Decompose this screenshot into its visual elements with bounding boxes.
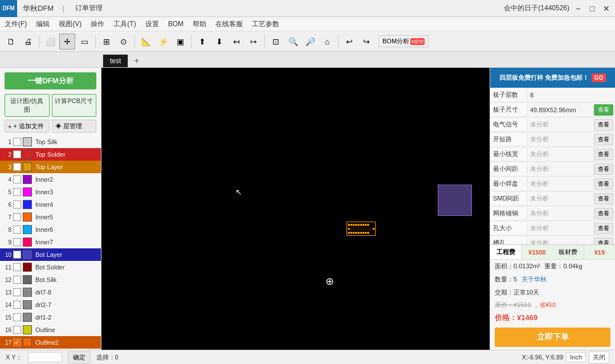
- dfm-analyze-button[interactable]: 一键DFM分析: [5, 72, 96, 89]
- layer-visibility-toggle[interactable]: [13, 301, 21, 309]
- menu-view[interactable]: 视图(V): [54, 18, 86, 31]
- toolbar-redo[interactable]: ↪: [359, 34, 374, 50]
- huaqiu-link[interactable]: 关于华秋: [522, 275, 547, 284]
- menu-operate[interactable]: 操作: [86, 18, 109, 31]
- toolbar-zoom-in[interactable]: 🔍: [285, 34, 301, 50]
- toolbar-upload[interactable]: ⬆: [194, 34, 210, 50]
- toolbar-print[interactable]: 🖨: [20, 34, 36, 50]
- layer-row[interactable]: 11 Bot Solder: [0, 261, 101, 273]
- net-check-button[interactable]: 查看: [594, 208, 613, 219]
- layer-row[interactable]: 3 Top Layer: [0, 161, 101, 173]
- toolbar-component[interactable]: ⚡: [155, 34, 171, 50]
- layer-visibility-toggle[interactable]: [13, 175, 21, 183]
- toolbar-3d[interactable]: ▣: [172, 34, 188, 50]
- design-diagram-button[interactable]: 设计图/仿真图: [5, 94, 50, 117]
- menu-file[interactable]: 文件(F): [0, 18, 31, 31]
- layer-visibility-toggle[interactable]: [13, 150, 21, 158]
- layer-row[interactable]: 16 Outline: [0, 324, 101, 336]
- unit-selector[interactable]: Inch: [566, 352, 586, 362]
- order-now-button[interactable]: 立即下单: [495, 328, 610, 347]
- layer-visibility-toggle[interactable]: [13, 138, 21, 146]
- layer-row[interactable]: 4 Inner2: [0, 173, 101, 186]
- minimize-button[interactable]: −: [572, 3, 584, 14]
- layer-visibility-toggle[interactable]: [13, 238, 21, 246]
- maximize-button[interactable]: □: [587, 3, 598, 14]
- menu-tools[interactable]: 工具(T): [109, 18, 140, 31]
- tab-test[interactable]: test: [103, 54, 128, 67]
- layer-visibility-toggle[interactable]: [13, 201, 21, 208]
- toolbar-zoom-out[interactable]: 🔎: [302, 34, 318, 50]
- toolbar-download[interactable]: ⬇: [211, 34, 227, 50]
- add-file-button[interactable]: + + 追加文件: [5, 120, 50, 133]
- order-mgmt-link[interactable]: 订单管理: [67, 1, 111, 16]
- bom-analysis-button[interactable]: BOM分析 NEW: [378, 35, 429, 47]
- toolbar-new[interactable]: 🗋: [3, 34, 19, 50]
- min-pad-check-button[interactable]: 查看: [594, 178, 613, 190]
- toolbar-home[interactable]: ⌂: [319, 34, 335, 50]
- layer-row[interactable]: 6 Inner4: [0, 198, 101, 211]
- toolbar-measure[interactable]: 📐: [138, 34, 154, 50]
- toolbar-undo[interactable]: ↩: [341, 34, 357, 50]
- menu-help[interactable]: 帮助: [188, 18, 211, 31]
- toolbar-rect[interactable]: ▭: [76, 34, 92, 50]
- menu-process[interactable]: 工艺参数: [247, 18, 284, 31]
- layer-visibility-toggle[interactable]: [13, 163, 21, 171]
- menu-settings[interactable]: 设置: [141, 18, 164, 31]
- min-trace-check-button[interactable]: 查看: [594, 149, 613, 160]
- layer-row[interactable]: 10 Bot Layer: [0, 248, 101, 261]
- layer-visibility-toggle[interactable]: [13, 276, 21, 284]
- smd-gap-check-button[interactable]: 查看: [594, 193, 613, 205]
- layer-num: 14: [2, 302, 11, 308]
- canvas-area[interactable]: ■■■■■■■■■■ □ □ □ □ □ □ ■■■■■■■■■■ ⊕ ↖: [101, 68, 490, 350]
- layer-visibility-toggle[interactable]: [13, 288, 21, 296]
- layer-row[interactable]: 12 Bot Silk: [0, 273, 101, 286]
- engineering-fee-tab[interactable]: 工程费: [490, 245, 522, 259]
- short-circuit-check-button[interactable]: 查看: [594, 134, 613, 145]
- slot-hole-check-button[interactable]: 查看: [594, 238, 613, 245]
- advertisement-banner[interactable]: 四层板免费打样 免费加急包邮！ GO: [490, 68, 615, 88]
- layer-mgmt-button[interactable]: ◈ 层管理: [52, 120, 97, 133]
- menu-edit[interactable]: 编辑: [31, 18, 54, 31]
- layer-row[interactable]: 7 Inner5: [0, 211, 101, 223]
- toolbar-cursor[interactable]: ✛: [59, 34, 75, 50]
- toolbar-via[interactable]: ⊙: [116, 34, 132, 50]
- layer-row[interactable]: 8 Inner6: [0, 223, 101, 236]
- calculate-pcb-button[interactable]: 计算PCB尺寸: [52, 94, 97, 117]
- layer-visibility-toggle[interactable]: [13, 226, 21, 234]
- layer-visibility-toggle[interactable]: [13, 313, 21, 321]
- layer-visibility-toggle[interactable]: [13, 326, 21, 334]
- xy-input[interactable]: [28, 352, 62, 362]
- layer-visibility-toggle[interactable]: [13, 263, 21, 271]
- material-fee-tab[interactable]: 板材费: [553, 245, 584, 259]
- board-size-check-button[interactable]: 查看: [594, 104, 613, 116]
- layer-row[interactable]: 15 drl1-2: [0, 311, 101, 324]
- layer-visibility-toggle[interactable]: [13, 213, 21, 221]
- menu-support[interactable]: 在线客服: [211, 18, 247, 31]
- layer-row[interactable]: 9 Inner7: [0, 236, 101, 248]
- electric-signal-check-button[interactable]: 查看: [594, 119, 613, 130]
- toolbar-import[interactable]: ↤: [229, 34, 245, 50]
- toolbar-route[interactable]: ⊞: [99, 34, 115, 50]
- toolbar-export[interactable]: ↦: [246, 34, 262, 50]
- layer-row[interactable]: 18 Top Paste: [0, 349, 101, 350]
- bom-label: BOM分析: [382, 37, 409, 46]
- min-gap-check-button[interactable]: 查看: [594, 163, 613, 175]
- layer-row[interactable]: 5 Inner3: [0, 186, 101, 198]
- layer-visibility-toggle[interactable]: [13, 251, 21, 259]
- layer-row[interactable]: 17 ✓ Outline2: [0, 336, 101, 349]
- tab-add-button[interactable]: +: [129, 55, 144, 67]
- toolbar-select[interactable]: ⬜: [42, 34, 58, 50]
- short-circuit-label: 开短路: [490, 133, 527, 145]
- close-selector[interactable]: 关闭: [589, 351, 609, 363]
- layer-row[interactable]: 13 drl7-8: [0, 286, 101, 298]
- menu-bom[interactable]: BOM: [164, 18, 188, 30]
- close-button[interactable]: ✕: [601, 3, 612, 14]
- layer-row[interactable]: 2 Top Solder: [0, 148, 101, 161]
- layer-visibility-toggle[interactable]: [13, 188, 21, 196]
- layer-row[interactable]: 14 drl2-7: [0, 298, 101, 311]
- layer-visibility-toggle[interactable]: ✓: [13, 338, 21, 346]
- layer-row[interactable]: 1 Top Silk: [0, 136, 101, 148]
- confirm-button[interactable]: 确定: [68, 351, 91, 363]
- toolbar-zoom-fit[interactable]: ⊡: [268, 34, 284, 50]
- hole-size-check-button[interactable]: 查看: [594, 223, 613, 234]
